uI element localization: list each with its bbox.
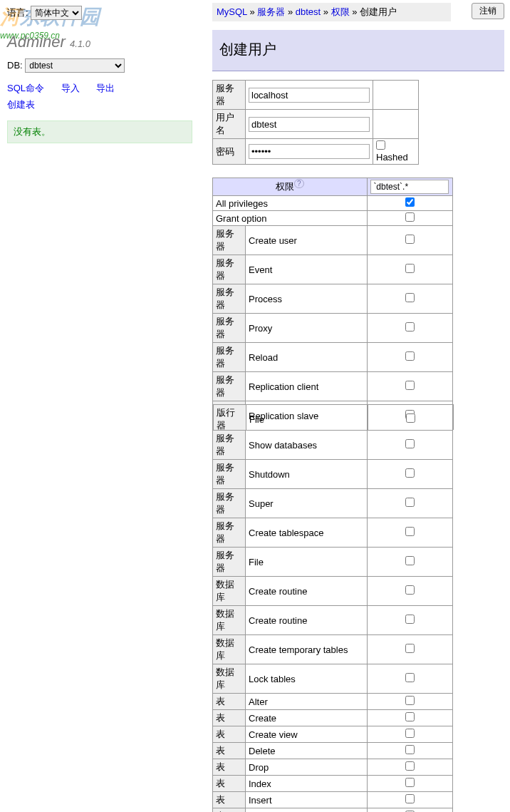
priv-name: References [246, 808, 368, 813]
priv-name: Replication client [246, 372, 368, 401]
priv-name: Create tablespace [246, 518, 368, 548]
priv-row: 表Create view [213, 726, 453, 743]
checkbox-priv[interactable] [405, 761, 415, 771]
db-row: DB: dbtest [7, 58, 192, 73]
bc-priv[interactable]: 权限 [331, 6, 350, 17]
help-icon[interactable]: ? [294, 179, 304, 188]
priv-name: Shutdown [246, 460, 368, 489]
priv-name: Show databases [246, 431, 368, 460]
priv-name: Create user [246, 226, 368, 255]
priv-category: 服务器 [213, 518, 246, 548]
checkbox-priv[interactable] [405, 585, 415, 595]
checkbox-priv[interactable] [405, 351, 415, 361]
checkbox-priv[interactable] [405, 729, 415, 738]
priv-name: Proxy [246, 314, 368, 343]
scope-input[interactable] [370, 180, 449, 194]
priv-row: 数据库Lock tables [213, 664, 453, 694]
priv-name: Insert [246, 792, 368, 808]
server-input[interactable] [249, 88, 370, 103]
bc-current: 创建用户 [360, 6, 397, 17]
priv-row: 服务器Replication client [213, 372, 453, 401]
priv-category: 服务器 [213, 284, 246, 314]
priv-category: 表 [213, 710, 246, 726]
checkbox-priv-dup[interactable] [406, 413, 415, 423]
priv-row: 服务器Proxy [213, 314, 453, 343]
password-input[interactable] [249, 144, 370, 159]
checkbox-priv[interactable] [405, 778, 415, 787]
checkbox-priv[interactable] [405, 381, 415, 390]
db-label: DB [7, 60, 20, 71]
priv-row-all: All privileges [213, 196, 453, 211]
priv-name: Delete [246, 743, 368, 759]
priv-name: Create temporary tables [246, 635, 368, 664]
db-select[interactable]: dbtest [25, 58, 125, 73]
bc-server[interactable]: 服务器 [257, 6, 285, 17]
priv-row: 表Alter [213, 694, 453, 710]
checkbox-priv[interactable] [405, 556, 415, 565]
priv-row: 服务器Create user [213, 226, 453, 255]
username-label: 用户名 [213, 110, 246, 139]
priv-name: Event [246, 255, 368, 284]
priv-name: Alter [246, 694, 368, 710]
priv-row: 表Create [213, 710, 453, 726]
sidebar-links: SQL命令 导入 导出 创建表 [7, 80, 192, 113]
checkbox-priv[interactable] [405, 745, 415, 754]
no-tables-message: 没有表。 [7, 120, 192, 143]
duplicate-row-overlay: 版行器 File [213, 404, 454, 434]
priv-category: 服务器 [213, 372, 246, 401]
priv-name: Create view [246, 726, 368, 743]
link-create-table[interactable]: 创建表 [7, 96, 35, 113]
app-version: 4.1.0 [70, 38, 90, 49]
priv-row: 数据库Create temporary tables [213, 635, 453, 664]
link-export[interactable]: 导出 [96, 80, 115, 96]
priv-row: 服务器Create tablespace [213, 518, 453, 548]
priv-row: 表Delete [213, 743, 453, 759]
checkbox-priv[interactable] [405, 673, 415, 682]
breadcrumb: MySQL » 服务器 » dbtest » 权限 » 创建用户 [212, 3, 451, 21]
checkbox-priv[interactable] [405, 322, 415, 332]
link-import[interactable]: 导入 [61, 80, 80, 96]
checkbox-priv[interactable] [405, 794, 415, 803]
priv-name: Reload [246, 343, 368, 372]
password-label: 密码 [213, 139, 246, 165]
language-row: 语言: 简体中文 [7, 6, 192, 20]
hashed-checkbox[interactable] [376, 140, 385, 150]
logout-wrap [472, 3, 504, 19]
hashed-label[interactable]: Hashed [376, 141, 408, 163]
checkbox-all-privileges[interactable] [405, 197, 415, 207]
priv-row: 表Index [213, 776, 453, 792]
link-sql-command[interactable]: SQL命令 [7, 80, 44, 96]
priv-category: 服务器 [213, 548, 246, 577]
language-select[interactable]: 简体中文 [31, 6, 82, 20]
checkbox-priv[interactable] [405, 468, 415, 478]
priv-row: 数据库Create routine [213, 606, 453, 635]
checkbox-priv[interactable] [405, 615, 415, 624]
checkbox-priv[interactable] [405, 644, 415, 653]
priv-row: 服务器Process [213, 284, 453, 314]
bc-db[interactable]: dbtest [296, 6, 321, 17]
checkbox-priv[interactable] [405, 264, 415, 273]
checkbox-priv[interactable] [405, 712, 415, 721]
checkbox-grant-option[interactable] [405, 212, 415, 222]
username-input[interactable] [249, 117, 370, 132]
checkbox-priv[interactable] [405, 293, 415, 302]
priv-category: 数据库 [213, 635, 246, 664]
checkbox-priv[interactable] [405, 498, 415, 507]
bc-mysql[interactable]: MySQL [217, 6, 247, 17]
priv-name: Drop [246, 759, 368, 776]
priv-row: 服务器Event [213, 255, 453, 284]
checkbox-priv[interactable] [405, 235, 415, 244]
server-label: 服务器 [213, 81, 246, 110]
user-form-table: 服务器 用户名 密码 Hashed [212, 80, 419, 165]
priv-category: 表 [213, 776, 246, 792]
priv-category: 服务器 [213, 431, 246, 460]
checkbox-priv[interactable] [405, 439, 415, 448]
priv-category: 表 [213, 808, 246, 813]
checkbox-priv[interactable] [405, 696, 415, 705]
checkbox-priv[interactable] [405, 527, 415, 536]
priv-category: 表 [213, 759, 246, 776]
priv-category: 数据库 [213, 606, 246, 635]
priv-category: 服务器 [213, 489, 246, 518]
logout-button[interactable] [472, 3, 504, 19]
priv-category: 服务器 [213, 460, 246, 489]
